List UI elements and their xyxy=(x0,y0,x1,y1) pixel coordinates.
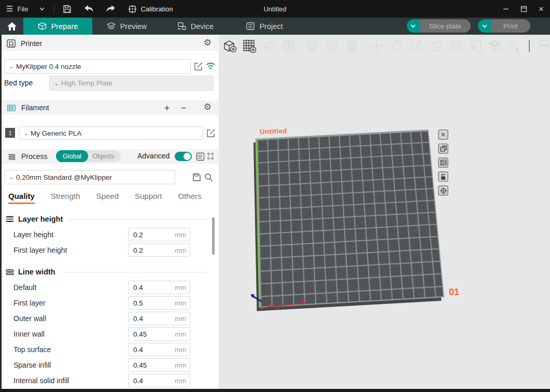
advanced-label: Advanced xyxy=(137,152,170,160)
calibration-label: Calibration xyxy=(140,5,173,13)
search-icon[interactable] xyxy=(203,172,214,182)
process-layers-icon xyxy=(7,153,16,161)
text-tool-icon[interactable]: Ta xyxy=(506,37,523,54)
arrange-plate-button[interactable] xyxy=(438,143,448,154)
add-object-icon[interactable] xyxy=(221,37,238,54)
support-paint-icon[interactable] xyxy=(467,37,484,54)
file-menu[interactable]: File xyxy=(17,0,28,18)
layers-list-icon[interactable] xyxy=(343,37,360,54)
scale-tool-icon[interactable] xyxy=(407,37,425,54)
viewport-toolbar: O P xyxy=(221,37,550,54)
undo-icon[interactable] xyxy=(83,4,94,14)
svg-text:P: P xyxy=(331,45,335,51)
seam-paint-icon[interactable] xyxy=(535,37,550,54)
rotate-tool-icon[interactable] xyxy=(388,37,405,54)
bed-type-label: Bed type xyxy=(4,79,33,87)
cut-tool-icon[interactable] xyxy=(447,37,464,54)
process-preset-select[interactable]: ⌄ 0.20mm Standard @MyKlipper xyxy=(4,170,175,184)
save-preset-icon[interactable] xyxy=(191,172,202,182)
layer-height-group-title: Layer height xyxy=(5,212,209,226)
print-options-chevron[interactable] xyxy=(478,19,491,33)
filament-preset-select[interactable]: ⌄ My Generic PLA xyxy=(19,126,203,140)
internal-solid-infill-line-width-input[interactable]: 0.4 mm xyxy=(128,374,190,387)
remove-filament-button[interactable]: − xyxy=(178,103,189,114)
tab-quality[interactable]: Quality xyxy=(8,192,35,204)
slicer-window: ☰ File Calibration Untitled ✕ xyxy=(0,0,550,392)
setting-row-internal-solid-infill: Internal solid infill 0.4 mm xyxy=(0,373,209,388)
arrange-icon[interactable] xyxy=(280,37,297,54)
menu-hamburger-icon[interactable]: ☰ xyxy=(6,0,13,18)
delete-plate-button[interactable]: ✕ xyxy=(438,129,448,140)
filament-preset-value: My Generic PLA xyxy=(31,129,81,137)
file-menu-chevron-icon[interactable] xyxy=(39,6,45,11)
auto-orient-icon[interactable] xyxy=(260,37,277,54)
redo-icon[interactable] xyxy=(105,4,116,14)
import-objects-icon[interactable]: O xyxy=(304,37,321,54)
bed-type-select[interactable]: ⌄ High Temp Plate xyxy=(49,76,214,91)
minimize-button[interactable] xyxy=(497,0,515,18)
scope-objects-button[interactable]: Objects xyxy=(88,153,120,160)
first-layer-height-input[interactable]: 0.2 mm xyxy=(128,243,190,257)
slice-plate-button[interactable]: Slice plate xyxy=(420,19,471,33)
edit-printer-icon[interactable] xyxy=(193,61,203,71)
maximize-button[interactable] xyxy=(515,0,532,18)
close-button[interactable]: ✕ xyxy=(532,0,550,18)
filament-settings-gear-icon[interactable]: ⚙ xyxy=(204,103,211,111)
filament-icon xyxy=(7,104,16,112)
printer-preset-value: MyKlipper 0.4 nozzle xyxy=(16,63,81,70)
tab-speed[interactable]: Speed xyxy=(96,192,119,204)
lock-plate-button[interactable] xyxy=(438,171,448,182)
tab-device[interactable]: Device xyxy=(161,18,230,35)
toolbar-divider xyxy=(54,4,54,13)
svg-text:T: T xyxy=(509,41,515,51)
viewport-3d[interactable]: O P xyxy=(219,35,550,392)
settings-scrollbar[interactable] xyxy=(212,217,215,255)
move-tool-icon[interactable] xyxy=(368,37,385,54)
printer-settings-gear-icon[interactable]: ⚙ xyxy=(204,38,211,47)
save-icon[interactable] xyxy=(62,4,72,14)
tab-preview[interactable]: Preview xyxy=(92,18,161,35)
home-button[interactable] xyxy=(0,18,23,35)
top-surface-line-width-input[interactable]: 0.4 mm xyxy=(128,343,190,356)
plate-button-column: ✕ xyxy=(438,129,448,196)
import-plate-icon[interactable]: P xyxy=(323,37,341,54)
inner-wall-line-width-input[interactable]: 0.45 mm xyxy=(128,327,190,341)
place-on-face-icon[interactable] xyxy=(427,37,444,54)
tab-strength[interactable]: Strength xyxy=(51,192,80,204)
slice-options-chevron[interactable] xyxy=(407,19,420,33)
tab-support[interactable]: Support xyxy=(135,192,162,204)
compare-preset-icon[interactable] xyxy=(195,151,205,162)
first-layer-line-width-input[interactable]: 0.5 mm xyxy=(128,296,190,310)
process-preset-value: 0.20mm Standard @MyKlipper xyxy=(16,173,112,181)
add-plate-icon[interactable] xyxy=(241,37,258,54)
tab-project[interactable]: Project xyxy=(230,18,299,35)
wifi-connection-icon[interactable] xyxy=(205,61,216,71)
add-filament-button[interactable]: + xyxy=(162,103,172,114)
setting-row-top-surface: Top surface 0.4 mm xyxy=(0,342,209,357)
tab-others[interactable]: Others xyxy=(178,192,202,204)
calibration-button[interactable]: Calibration xyxy=(127,4,173,14)
bed-type-value: High Temp Plate xyxy=(61,79,112,87)
build-plate[interactable] xyxy=(256,129,444,308)
process-scope-toggle: Global Objects xyxy=(56,150,121,162)
filament-slot-badge: 1 xyxy=(5,128,15,138)
print-button[interactable]: Print xyxy=(491,19,530,33)
calibration-icon xyxy=(127,4,137,14)
search-params-icon[interactable] xyxy=(205,151,216,162)
edit-filament-icon[interactable] xyxy=(205,128,216,138)
plate-gear-button[interactable] xyxy=(438,185,448,196)
window-title: Untitled xyxy=(0,5,550,13)
mesh-boolean-icon[interactable] xyxy=(486,37,503,54)
sparse-infill-line-width-input[interactable]: 0.45 mm xyxy=(128,358,190,372)
advanced-toggle[interactable] xyxy=(175,152,192,161)
line-width-icon xyxy=(5,269,15,275)
default-line-width-input[interactable]: 0.4 mm xyxy=(128,281,190,294)
printer-preset-select[interactable]: ⌄ MyKlipper 0.4 nozzle xyxy=(4,59,191,74)
title-bar: ☰ File Calibration Untitled ✕ xyxy=(0,0,550,18)
tab-prepare[interactable]: Prepare xyxy=(23,18,92,35)
plate-settings-button[interactable] xyxy=(438,157,448,168)
scope-global-button[interactable]: Global xyxy=(56,150,88,162)
layer-height-input[interactable]: 0.2 mm xyxy=(128,228,190,241)
outer-wall-line-width-input[interactable]: 0.4 mm xyxy=(128,312,190,325)
group-rule xyxy=(68,219,207,220)
